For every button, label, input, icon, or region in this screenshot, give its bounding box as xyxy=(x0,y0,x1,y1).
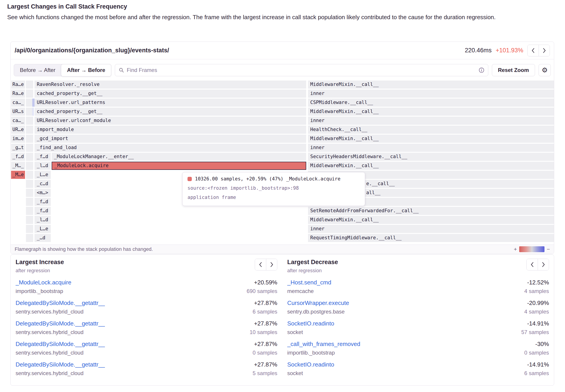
flame-frame-mini[interactable] xyxy=(26,180,33,188)
list-item: SocketIO.readinto-14.91%socket6 samples xyxy=(287,361,549,377)
flame-frame-mini[interactable] xyxy=(26,234,33,242)
flame-frame-mini[interactable] xyxy=(26,198,33,206)
flame-frame-mini[interactable]: _M…_ xyxy=(11,162,25,170)
flame-frame-mini[interactable]: _f…d xyxy=(35,198,51,206)
function-link[interactable]: DelegatedBySiloMode.__getattr__ xyxy=(15,320,105,327)
flame-frame[interactable]: RavenResolver._resolve xyxy=(35,81,306,89)
function-link[interactable]: _ModuleLock.acquire xyxy=(15,279,71,286)
prev-page-button[interactable] xyxy=(527,259,538,270)
flame-frame-mini[interactable] xyxy=(26,189,33,197)
function-link[interactable]: SocketIO.readinto xyxy=(287,361,334,368)
tooltip-title: 10326.00 samples, +20.59% (47%) _ModuleL… xyxy=(195,176,340,182)
flame-frame-mini[interactable]: _L…e xyxy=(35,225,51,233)
package-label: importlib._bootstrap xyxy=(287,350,335,356)
samples-label: 6 samples xyxy=(253,308,277,315)
flame-frame[interactable]: _ModuleLock.acquire xyxy=(52,162,306,170)
flame-frame-marker[interactable] xyxy=(32,108,34,116)
flame-frame[interactable]: SecurityHeadersMiddleware.__call__ xyxy=(308,153,554,161)
find-frames-searchbox[interactable] xyxy=(115,64,488,76)
function-link[interactable]: _call_with_frames_removed xyxy=(287,341,360,348)
flame-frame-mini[interactable] xyxy=(26,207,33,215)
flame-frame-mini[interactable] xyxy=(26,81,33,89)
flame-frame[interactable]: HealthCheck.__call__ xyxy=(308,126,554,134)
flame-frame-mini[interactable]: _g…t xyxy=(11,144,25,152)
flame-frame[interactable]: SetRemoteAddrFromForwardedFor.__call__ xyxy=(308,207,554,215)
flame-frame-mini[interactable]: ca…_ xyxy=(11,98,25,107)
reset-zoom-button[interactable]: Reset Zoom xyxy=(492,64,535,76)
flame-frame[interactable]: URLResolver.urlconf_module xyxy=(35,117,306,125)
flame-frame-mini[interactable] xyxy=(26,90,33,98)
largest-decrease-section: Largest Decrease after regression _Host.… xyxy=(282,255,554,385)
next-page-button[interactable] xyxy=(538,259,549,270)
flame-frame-mini[interactable]: _L…e xyxy=(35,171,51,179)
function-link[interactable]: DelegatedBySiloMode.__getattr__ xyxy=(15,361,105,368)
flame-frame-mini[interactable]: _f…d xyxy=(35,153,51,161)
flame-frame-mini[interactable] xyxy=(26,117,33,125)
next-page-button[interactable] xyxy=(266,259,277,270)
flame-frame[interactable]: inner xyxy=(308,117,554,125)
flame-frame-mini[interactable] xyxy=(26,162,33,170)
prev-page-button[interactable] xyxy=(255,259,266,270)
flame-frame-mini[interactable]: _…d xyxy=(35,234,51,242)
flame-frame[interactable]: _find_and_load xyxy=(35,144,306,152)
flame-frame-mini[interactable]: _f…d xyxy=(11,153,25,161)
flame-frame-mini[interactable]: _c…d xyxy=(35,180,51,188)
function-link[interactable]: CursorWrapper.execute xyxy=(287,299,349,307)
flame-frame-mini[interactable] xyxy=(26,225,33,233)
find-frames-input[interactable] xyxy=(127,67,476,73)
flame-frame[interactable]: MiddlewareMixin.__call__ xyxy=(308,108,554,116)
flame-frame-mini[interactable]: ca…_ xyxy=(11,117,25,125)
flame-frame[interactable]: cached_property.__get__ xyxy=(35,108,306,116)
flame-frame[interactable]: _gcd_import xyxy=(35,135,306,143)
decrease-pager xyxy=(526,259,549,270)
flame-frame-mini[interactable]: _l…d xyxy=(35,162,51,170)
flame-frame[interactable]: MiddlewareMixin.__call__ xyxy=(308,135,554,143)
flame-frame-mini[interactable]: im…e xyxy=(11,135,25,143)
flame-frame[interactable]: MiddlewareMixin.__call__ xyxy=(308,162,554,170)
flame-frame[interactable]: _ModuleLockManager.__enter__ xyxy=(52,153,306,161)
flame-frame-mini[interactable] xyxy=(26,144,33,152)
flame-frame-mini[interactable]: UR…e xyxy=(11,126,25,134)
flame-frame-mini[interactable]: Ra…e xyxy=(11,90,25,98)
function-link[interactable]: DelegatedBySiloMode.__getattr__ xyxy=(15,299,105,307)
flame-frame-mini[interactable]: Ra…e xyxy=(11,81,25,89)
flame-frame-mini[interactable]: _l…d xyxy=(35,216,51,224)
flame-frame[interactable]: inner xyxy=(308,90,554,98)
list-item: DelegatedBySiloMode.__getattr__+27.87%se… xyxy=(15,299,277,315)
flame-frame-mini[interactable] xyxy=(26,216,33,224)
package-label: sentry.services.hybrid_cloud xyxy=(15,329,84,336)
flame-frame-mini[interactable] xyxy=(26,126,33,134)
flame-frame-marker[interactable] xyxy=(32,98,35,107)
flame-frame[interactable]: MiddlewareMixin.__call__ xyxy=(308,216,554,224)
settings-button[interactable]: ⚙ xyxy=(539,64,551,76)
flame-frame[interactable]: import_module xyxy=(35,126,306,134)
toggle-before-after[interactable]: Before → After xyxy=(14,64,61,76)
prev-transaction-button[interactable] xyxy=(528,45,539,56)
next-transaction-button[interactable] xyxy=(539,45,550,56)
info-icon[interactable] xyxy=(479,67,484,73)
flame-frame-mini[interactable] xyxy=(26,153,33,161)
toggle-after-before[interactable]: After → Before xyxy=(61,64,111,76)
samples-label: 0 samples xyxy=(253,350,277,356)
samples-label: 690 samples xyxy=(247,288,277,294)
flame-frame-mini[interactable]: _M…e xyxy=(11,171,25,179)
function-link[interactable]: SocketIO.readinto xyxy=(287,320,334,327)
legend-plus-label: + xyxy=(514,246,517,252)
flame-frame-mini[interactable]: _f…d xyxy=(35,207,51,215)
flame-frame[interactable]: cached_property.__get__ xyxy=(35,90,306,98)
flame-frame-mini[interactable]: UR…s xyxy=(11,108,25,116)
function-link[interactable]: DelegatedBySiloMode.__getattr__ xyxy=(15,341,105,348)
section-subtitle: after regression xyxy=(15,268,64,274)
flame-frame[interactable]: URLResolver.url_patterns xyxy=(35,98,306,107)
flame-frame[interactable]: inner xyxy=(308,225,554,233)
flame-frame-mini[interactable]: <m…> xyxy=(35,189,51,197)
flame-frame-mini[interactable] xyxy=(26,135,33,143)
flame-frame[interactable]: MiddlewareMixin.__call__ xyxy=(308,81,554,89)
flame-frame[interactable]: CSPMiddleware.__call__ xyxy=(308,98,554,107)
flame-frame-mini[interactable] xyxy=(26,171,33,179)
package-label: sentry.services.hybrid_cloud xyxy=(15,308,84,315)
function-link[interactable]: _Host.send_cmd xyxy=(287,279,331,286)
flame-frame[interactable]: inner xyxy=(308,144,554,152)
flame-frame[interactable]: RequestTimingMiddleware.__call__ xyxy=(308,234,554,242)
flamegraph[interactable]: Ra…eRavenResolver._resolveMiddlewareMixi… xyxy=(11,81,554,244)
